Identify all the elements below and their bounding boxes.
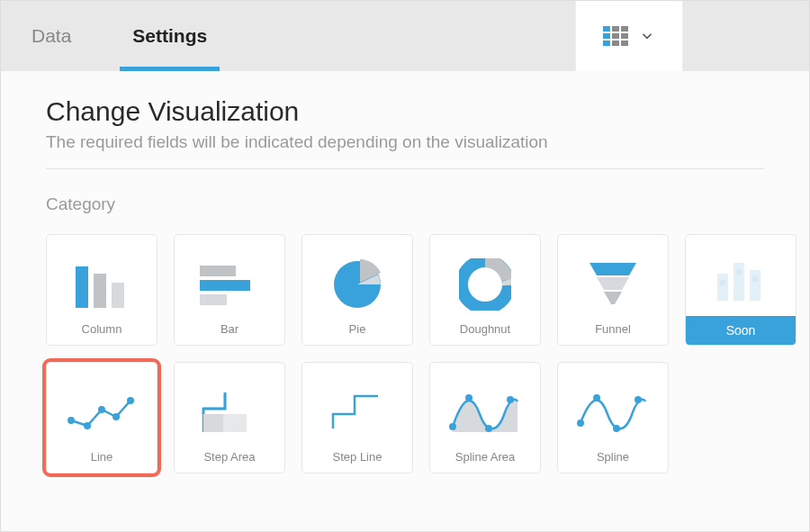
svg-point-22	[449, 423, 456, 430]
card-funnel-label: Funnel	[595, 322, 631, 336]
svg-rect-3	[200, 266, 236, 276]
step-area-chart-icon	[182, 374, 277, 450]
card-bar[interactable]: Bar	[174, 234, 285, 346]
svg-marker-8	[590, 263, 636, 275]
card-step-area-label: Step Area	[203, 450, 255, 464]
card-soon-label: Soon	[686, 316, 796, 345]
svg-point-23	[465, 394, 472, 401]
svg-marker-9	[597, 277, 629, 290]
svg-rect-13	[750, 270, 760, 301]
svg-marker-10	[604, 292, 622, 304]
card-step-line[interactable]: Step Line	[302, 362, 413, 473]
svg-rect-11	[717, 274, 728, 301]
card-column[interactable]: Column	[46, 234, 158, 346]
tab-settings-label: Settings	[132, 25, 207, 47]
column-chart-icon	[54, 246, 149, 322]
card-column-label: Column	[82, 322, 122, 336]
card-spline-area-label: Spline Area	[455, 450, 516, 464]
app-frame: Data Settings Change Visualization The r…	[0, 0, 810, 532]
svg-point-18	[84, 422, 91, 429]
card-bar-label: Bar	[220, 322, 238, 336]
card-pie[interactable]: Pie	[302, 234, 413, 346]
card-line[interactable]: Line	[46, 362, 158, 473]
card-line-label: Line	[91, 450, 113, 464]
card-doughnut-label: Doughnut	[460, 322, 510, 336]
svg-point-25	[507, 396, 514, 403]
topbar: Data Settings	[1, 1, 809, 71]
svg-point-16	[752, 276, 759, 283]
view-dropdown-button[interactable]	[575, 1, 683, 71]
svg-rect-2	[112, 283, 124, 308]
svg-rect-5	[200, 294, 227, 305]
bar-chart-icon	[182, 246, 277, 322]
card-step-area[interactable]: Step Area	[174, 362, 285, 473]
chevron-down-icon	[639, 28, 655, 44]
svg-point-26	[577, 419, 584, 427]
visualization-grid: Column Bar	[46, 234, 764, 473]
card-spline-area[interactable]: Spline Area	[429, 362, 541, 473]
svg-point-19	[98, 406, 105, 413]
page-title: Change Visualization	[46, 96, 764, 127]
spline-area-chart-icon	[437, 374, 533, 450]
svg-rect-0	[76, 266, 88, 308]
page-subtitle: The required fields will be indicated de…	[46, 132, 764, 152]
tab-data-label: Data	[32, 25, 71, 47]
svg-point-14	[720, 280, 726, 286]
line-chart-icon	[54, 374, 149, 450]
funnel-chart-icon	[565, 246, 661, 322]
tabs: Data Settings	[1, 1, 238, 71]
pie-chart-icon	[310, 246, 405, 322]
table-grid-icon	[603, 26, 628, 46]
section-category-label: Category	[46, 194, 764, 214]
card-spline-label: Spline	[597, 450, 629, 464]
svg-point-21	[127, 397, 134, 404]
svg-rect-12	[734, 263, 744, 301]
svg-point-17	[68, 417, 75, 424]
svg-point-20	[112, 413, 120, 420]
soon-chart-icon	[686, 235, 796, 316]
doughnut-chart-icon	[437, 246, 533, 322]
svg-point-28	[613, 425, 620, 432]
card-step-line-label: Step Line	[333, 450, 382, 464]
svg-rect-1	[94, 274, 106, 308]
svg-point-24	[485, 425, 492, 432]
card-soon[interactable]: Soon	[685, 234, 796, 346]
header-divider	[46, 168, 764, 169]
card-pie-label: Pie	[349, 322, 366, 336]
card-doughnut[interactable]: Doughnut	[429, 234, 541, 346]
topbar-right-spacer	[683, 1, 809, 71]
card-funnel[interactable]: Funnel	[557, 234, 669, 346]
spline-chart-icon	[565, 374, 661, 450]
topbar-spacer	[238, 1, 575, 71]
svg-point-29	[634, 396, 642, 403]
tab-data[interactable]: Data	[1, 1, 102, 71]
svg-point-27	[593, 394, 600, 401]
svg-rect-4	[200, 280, 250, 291]
tab-settings[interactable]: Settings	[102, 1, 238, 71]
svg-point-15	[736, 269, 742, 275]
step-line-chart-icon	[310, 374, 405, 450]
content-area: Change Visualization The required fields…	[1, 71, 809, 531]
card-spline[interactable]: Spline	[557, 362, 669, 473]
